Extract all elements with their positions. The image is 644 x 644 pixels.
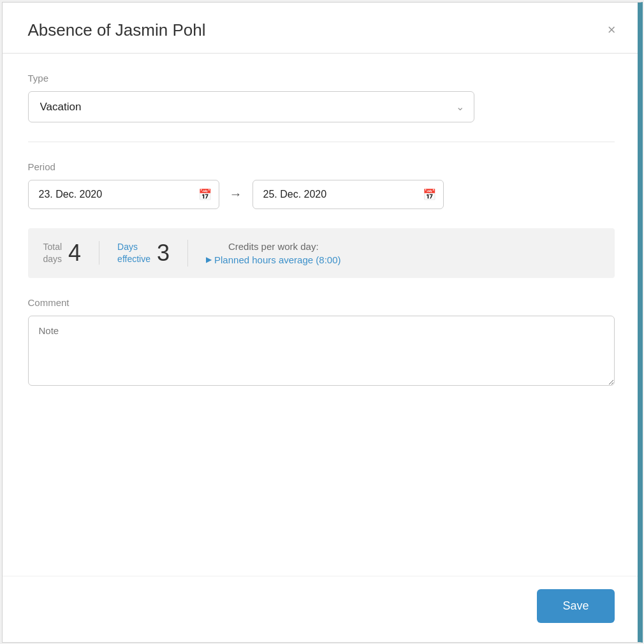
comment-label: Comment — [28, 297, 615, 308]
comment-textarea[interactable] — [28, 316, 615, 386]
type-select[interactable]: Vacation Sick Leave Parental Leave Other — [28, 91, 474, 122]
dialog-title: Absence of Jasmin Pohl — [28, 20, 206, 40]
dialog-footer: Save — [3, 576, 640, 642]
scrollbar[interactable] — [638, 3, 640, 642]
days-effective-value: 3 — [157, 240, 170, 267]
save-button[interactable]: Save — [537, 589, 614, 623]
dialog-header: Absence of Jasmin Pohl × — [3, 3, 640, 54]
planned-hours-label: Planned hours average (8:00) — [214, 254, 340, 265]
days-effective-stat: Dayseffective 3 — [117, 240, 188, 267]
type-select-wrapper: Vacation Sick Leave Parental Leave Other… — [28, 91, 474, 122]
total-days-label: Totaldays — [43, 241, 62, 264]
total-days-value: 4 — [68, 242, 81, 265]
credits-stat: Credits per work day: ▶ Planned hours av… — [206, 241, 340, 265]
section-divider-1 — [28, 142, 615, 142]
dialog-body: Type Vacation Sick Leave Parental Leave … — [3, 54, 640, 576]
planned-hours-link[interactable]: ▶ Planned hours average (8:00) — [206, 254, 340, 265]
start-date-input[interactable] — [28, 180, 219, 209]
days-effective-label: Dayseffective — [117, 241, 150, 264]
close-button[interactable]: × — [603, 20, 621, 40]
end-date-wrapper: 📅 — [252, 180, 444, 209]
type-section: Type Vacation Sick Leave Parental Leave … — [28, 73, 615, 122]
stats-bar: Totaldays 4 Dayseffective 3 Credits per … — [28, 228, 615, 278]
total-days-stat: Totaldays 4 — [43, 241, 100, 264]
start-date-wrapper: 📅 — [28, 180, 219, 209]
comment-section: Comment — [28, 297, 615, 388]
period-label: Period — [28, 161, 615, 172]
period-section: Period 📅 → 📅 — [28, 161, 615, 209]
type-label: Type — [28, 73, 615, 84]
period-row: 📅 → 📅 — [28, 180, 615, 209]
play-icon: ▶ — [206, 255, 212, 264]
absence-dialog: Absence of Jasmin Pohl × Type Vacation S… — [2, 2, 643, 643]
date-range-arrow: → — [230, 187, 242, 201]
credits-title: Credits per work day: — [228, 241, 319, 252]
end-date-input[interactable] — [252, 180, 444, 209]
